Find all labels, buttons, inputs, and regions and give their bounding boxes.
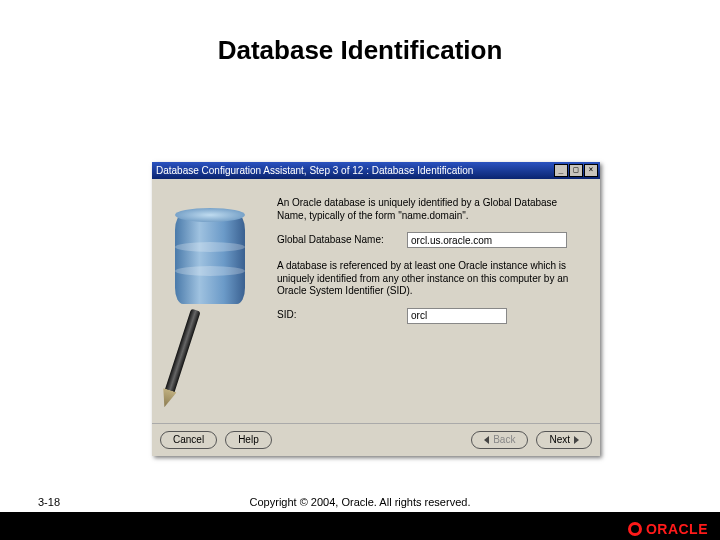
- back-label: Back: [493, 432, 515, 448]
- maximize-icon[interactable]: □: [569, 164, 583, 177]
- chevron-right-icon: [574, 436, 579, 444]
- chevron-left-icon: [484, 436, 489, 444]
- back-button[interactable]: Back: [471, 431, 528, 449]
- dialog-body: An Oracle database is uniquely identifie…: [152, 179, 600, 423]
- footer-bar: ORACLE: [0, 512, 720, 540]
- sid-row: SID:: [277, 308, 586, 324]
- gdn-row: Global Database Name:: [277, 232, 586, 248]
- database-icon: [175, 214, 245, 304]
- oracle-logo: ORACLE: [628, 521, 708, 537]
- sid-input[interactable]: [407, 308, 507, 324]
- content-pane: An Oracle database is uniquely identifie…: [267, 179, 600, 423]
- titlebar-text: Database Configuration Assistant, Step 3…: [154, 165, 554, 176]
- help-button[interactable]: Help: [225, 431, 272, 449]
- gdn-label: Global Database Name:: [277, 234, 407, 247]
- sid-label: SID:: [277, 309, 407, 322]
- cancel-button[interactable]: Cancel: [160, 431, 217, 449]
- gdn-input[interactable]: [407, 232, 567, 248]
- minimize-icon[interactable]: _: [554, 164, 568, 177]
- wizard-illustration: [152, 179, 267, 423]
- close-icon[interactable]: ×: [584, 164, 598, 177]
- next-button[interactable]: Next: [536, 431, 592, 449]
- window-controls: _ □ ×: [554, 164, 598, 177]
- slide-title: Database Identification: [0, 0, 720, 66]
- next-label: Next: [549, 432, 570, 448]
- copyright: Copyright © 2004, Oracle. All rights res…: [0, 496, 720, 508]
- oracle-ring-icon: [628, 522, 642, 536]
- titlebar: Database Configuration Assistant, Step 3…: [152, 162, 600, 179]
- pen-icon: [163, 309, 200, 398]
- dbca-dialog: Database Configuration Assistant, Step 3…: [152, 162, 600, 456]
- oracle-logo-text: ORACLE: [646, 521, 708, 537]
- gdn-description: An Oracle database is uniquely identifie…: [277, 197, 586, 222]
- sid-description: A database is referenced by at least one…: [277, 260, 586, 298]
- dialog-footer: Cancel Help Back Next: [152, 423, 600, 456]
